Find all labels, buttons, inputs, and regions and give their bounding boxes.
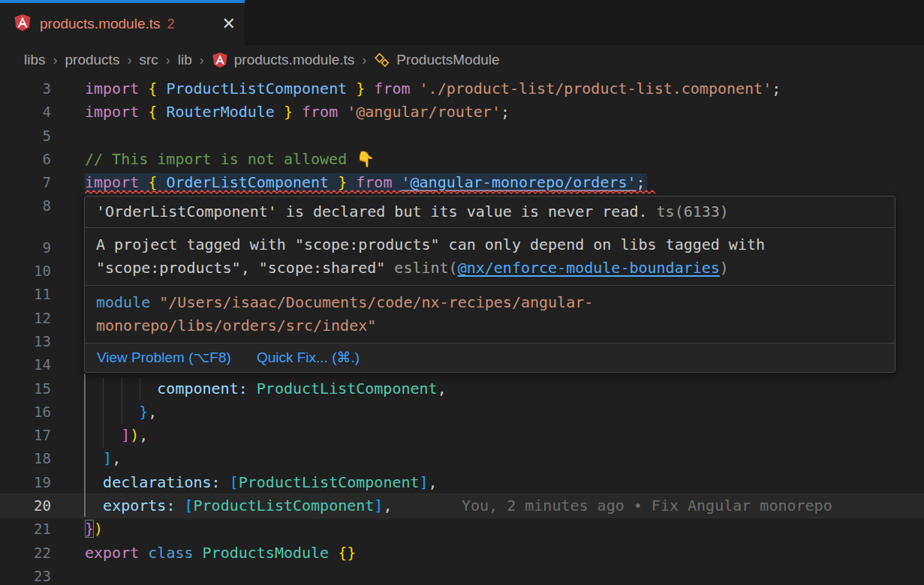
breadcrumb-label: lib (178, 52, 192, 68)
code-line-5[interactable]: 5 (0, 124, 924, 148)
eslint-rule-link[interactable]: @nx/enforce-module-boundaries (458, 259, 720, 277)
code-line-19[interactable]: 19 declarations: [ProductListComponent], (0, 471, 924, 494)
line-number[interactable]: 15 (0, 377, 51, 400)
line-content: // This import is not allowed 👇 (85, 148, 375, 171)
active-indent-guide (84, 374, 86, 517)
line-number[interactable]: 12 (0, 307, 51, 330)
line-number[interactable]: 18 (0, 447, 51, 470)
line-number[interactable]: 5 (0, 124, 51, 148)
code-line-23[interactable]: 23 (0, 565, 924, 585)
breadcrumb-item-products[interactable]: products (65, 52, 120, 68)
diagnostic-source: eslint( (394, 259, 457, 277)
line-number[interactable]: 9 (0, 236, 51, 260)
breadcrumb-label: libs (24, 52, 46, 68)
diagnostic-source: ts(6133) (648, 202, 729, 220)
problems-badge: 2 (167, 16, 175, 32)
angular-icon (212, 52, 228, 68)
code-line-18[interactable]: 18 ], (0, 447, 924, 470)
code-line-4[interactable]: 4import { RouterModule } from '@angular/… (0, 100, 924, 124)
module-path: monorepo/libs/orders/src/index" (96, 316, 376, 334)
hover-highlight: import { OrderListComponent } from '@ang… (85, 173, 646, 191)
class-icon (374, 52, 390, 68)
line-number[interactable]: 3 (0, 77, 51, 100)
line-number[interactable]: 10 (0, 260, 51, 283)
line-content: import { RouterModule } from '@angular/r… (85, 100, 510, 124)
git-blame-annotation: You, 2 minutes ago • Fix Angular monorep… (462, 494, 832, 518)
code-line-20[interactable]: 20 exports: [ProductListComponent],You, … (0, 494, 924, 518)
breadcrumb-item-src[interactable]: src (139, 52, 158, 68)
line-number[interactable]: 21 (0, 518, 51, 541)
breadcrumb: libs›products›src›lib› products.module.t… (0, 45, 924, 75)
line-content: ]), (85, 424, 148, 447)
breadcrumb-item-productsmodule[interactable]: ProductsModule (374, 52, 499, 68)
line-content: ], (85, 447, 121, 470)
tab-filename: products.module.ts (40, 16, 161, 32)
diagnostic-text: A project tagged with "scope:products" c… (96, 233, 883, 256)
angular-file-icon (14, 14, 32, 34)
breadcrumb-item-lib[interactable]: lib (178, 52, 192, 68)
tab-bar: products.module.ts 2 ✕ (0, 0, 924, 45)
indent-guide (122, 377, 122, 424)
code-line-21[interactable]: 21}) (0, 518, 924, 541)
breadcrumb-label: products.module.ts (234, 52, 355, 68)
diagnostic-eslint-message: A project tagged with "scope:products" c… (85, 228, 895, 286)
line-number[interactable]: 8 (0, 194, 51, 218)
view-problem-action[interactable]: View Problem (⌥F8) (97, 349, 231, 367)
chevron-right-icon: › (166, 52, 170, 68)
module-path: "/Users/isaac/Documents/code/nx-recipes/… (150, 293, 593, 311)
error-hover-popup: 'OrderListComponent' is declared but its… (84, 196, 895, 373)
line-content: exports: [ProductListComponent],You, 2 m… (85, 494, 392, 518)
code-line-7[interactable]: 7import { OrderListComponent } from '@an… (0, 171, 924, 194)
diagnostic-text: "scope:products", "scope:shared" (96, 259, 394, 277)
chevron-right-icon: › (200, 52, 204, 68)
code-line-17[interactable]: 17 ]), (0, 424, 924, 447)
line-content: import { ProductListComponent } from './… (85, 77, 781, 100)
line-content: import { OrderListComponent } from '@ang… (85, 171, 646, 194)
chevron-right-icon: › (362, 52, 366, 68)
code-line-3[interactable]: 3import { ProductListComponent } from '.… (0, 77, 924, 100)
indent-guide (103, 377, 104, 448)
breadcrumb-label: products (65, 52, 120, 68)
line-number[interactable]: 4 (0, 100, 51, 124)
line-number[interactable]: 11 (0, 283, 51, 306)
line-content: export class ProductsModule {} (85, 542, 356, 565)
quick-fix-action[interactable]: Quick Fix... (⌘.) (257, 349, 360, 367)
close-icon[interactable]: ✕ (222, 16, 236, 32)
code-line-22[interactable]: 22export class ProductsModule {} (0, 542, 924, 565)
line-number[interactable]: 19 (0, 471, 51, 494)
breadcrumb-item-libs[interactable]: libs (24, 52, 46, 68)
diagnostic-ts-message: 'OrderListComponent' is declared but its… (85, 196, 895, 228)
chevron-right-icon: › (127, 52, 131, 68)
hover-action-bar: View Problem (⌥F8) Quick Fix... (⌘.) (85, 344, 895, 372)
vscode-window: products.module.ts 2 ✕ libs›products›src… (0, 0, 924, 585)
breadcrumb-label: ProductsModule (396, 52, 499, 68)
tab-products-module[interactable]: products.module.ts 2 ✕ (0, 0, 245, 45)
line-number[interactable]: 22 (0, 542, 51, 565)
breadcrumb-label: src (139, 52, 158, 68)
module-keyword: module (96, 293, 150, 311)
diagnostic-text: 'OrderListComponent' is declared but its… (96, 202, 648, 220)
line-number[interactable]: 13 (0, 330, 51, 353)
line-number[interactable]: 17 (0, 424, 51, 447)
line-content: }) (85, 518, 103, 541)
chevron-right-icon: › (53, 52, 58, 68)
line-number[interactable]: 23 (0, 565, 51, 585)
code-line-6[interactable]: 6// This import is not allowed 👇 (0, 148, 924, 171)
module-info: module "/Users/isaac/Documents/code/nx-r… (85, 286, 895, 344)
line-number[interactable]: 20 (0, 494, 51, 518)
line-number[interactable]: 16 (0, 400, 51, 424)
code-line-15[interactable]: 15 component: ProductListComponent, (0, 377, 924, 400)
code-line-16[interactable]: 16 }, (0, 400, 924, 424)
line-number[interactable]: 14 (0, 353, 51, 376)
line-content: declarations: [ProductListComponent], (85, 471, 438, 494)
line-number[interactable]: 7 (0, 171, 51, 194)
line-number[interactable]: 6 (0, 148, 51, 171)
indent-guide (140, 377, 140, 400)
diagnostic-source: ) (720, 259, 729, 277)
breadcrumb-item-products-module-ts[interactable]: products.module.ts (212, 52, 355, 68)
